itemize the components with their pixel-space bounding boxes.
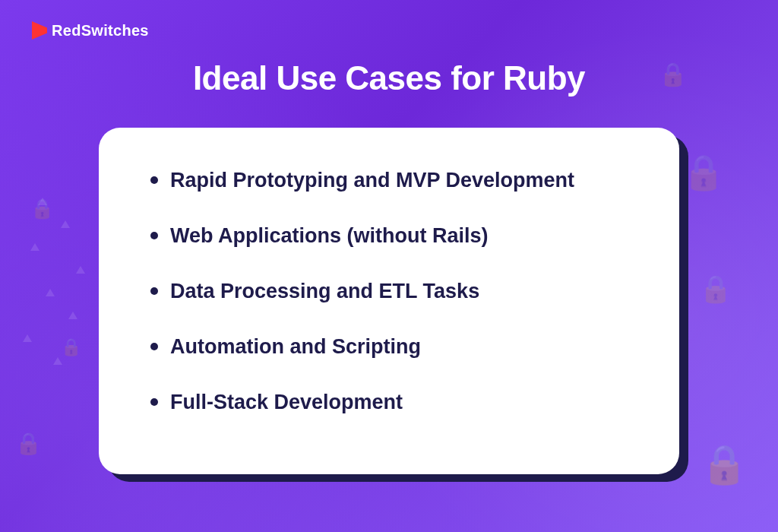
use-cases-list: Rapid Prototyping and MVP Development We… — [146, 167, 632, 416]
lock-icon: 🔒 — [682, 152, 725, 192]
content-card: Rapid Prototyping and MVP Development We… — [99, 128, 679, 474]
list-item: Full-Stack Development — [146, 389, 632, 416]
list-item: Data Processing and ETL Tasks — [146, 278, 632, 305]
list-item: Web Applications (without Rails) — [146, 223, 632, 249]
slide-title: Ideal Use Cases for Ruby — [0, 59, 778, 97]
brand-logo: RedSwitches — [32, 21, 149, 40]
lock-icon: 🔒 — [701, 442, 748, 486]
list-item: Automation and Scripting — [146, 334, 632, 360]
brand-name: RedSwitches — [52, 22, 149, 40]
list-item: Rapid Prototyping and MVP Development — [146, 167, 632, 194]
lock-icon: 🔒 — [699, 274, 732, 305]
brand-logo-icon — [32, 21, 47, 40]
lock-icon: 🔒 — [15, 431, 42, 456]
